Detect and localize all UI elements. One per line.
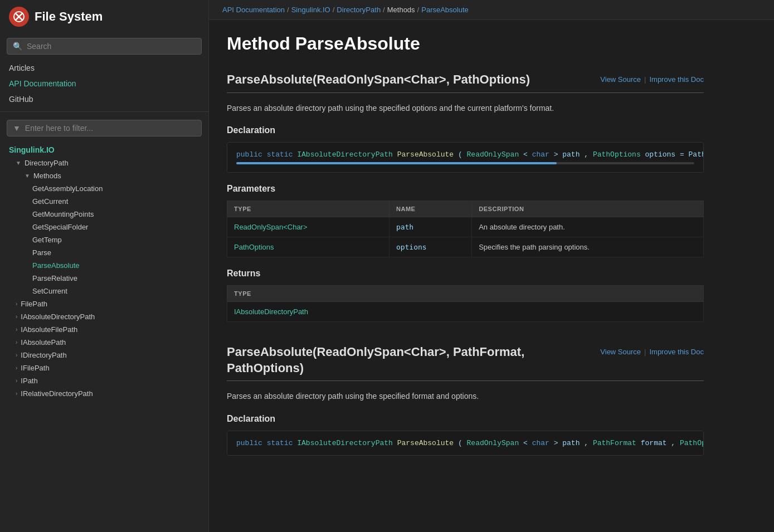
col-name: NAME xyxy=(389,201,471,217)
tree-item-irelativedirectorypath[interactable]: › IRelativeDirectoryPath xyxy=(0,387,208,400)
chevron-right-icon: › xyxy=(16,314,17,320)
sidebar-item-articles[interactable]: Articles xyxy=(0,60,208,76)
chevron-down-icon: ▼ xyxy=(25,173,30,179)
search-input[interactable] xyxy=(27,42,196,51)
main-content: API Documentation / Singulink.IO / Direc… xyxy=(209,0,774,532)
sidebar-logo xyxy=(9,7,29,27)
method-divider-2 xyxy=(227,380,704,381)
tree-item-label: IFilePath xyxy=(21,364,49,372)
chevron-right-icon: › xyxy=(16,339,17,345)
search-icon: 🔍 xyxy=(13,42,22,51)
table-row: PathOptions options Specifies the path p… xyxy=(227,237,704,257)
chevron-right-icon: › xyxy=(16,352,17,358)
tree-item-getmountingpoints[interactable]: GetMountingPoints xyxy=(0,208,208,221)
search-box[interactable]: 🔍 xyxy=(7,38,202,55)
tree-item-parseabsolute[interactable]: ParseAbsolute xyxy=(0,259,208,272)
improve-doc-link-1[interactable]: Improve this Doc xyxy=(649,75,704,84)
tree-item-ipath[interactable]: › IPath xyxy=(0,374,208,387)
type-iabsolutedirectorypath: IAbsoluteDirectoryPath xyxy=(297,439,393,447)
tree-item-filepath[interactable]: › FilePath xyxy=(0,297,208,310)
chevron-down-icon: ▼ xyxy=(16,160,21,166)
returns-table-1: TYPE IAbsoluteDirectoryPath xyxy=(227,285,704,322)
method-name: ParseAbsolute xyxy=(397,150,454,159)
tree-item-label: IRelativeDirectoryPath xyxy=(21,389,93,398)
declaration-heading-2: Declaration xyxy=(227,414,704,424)
method-actions-1: View Source | Improve this Doc xyxy=(600,75,704,84)
param-desc-1: An absolute directory path. xyxy=(472,217,704,237)
return-type-1: IAbsoluteDirectoryPath xyxy=(227,301,704,321)
tree-item-idirectorypath[interactable]: › IDirectoryPath xyxy=(0,349,208,362)
scrollbar-track[interactable] xyxy=(236,162,694,164)
chevron-right-icon: › xyxy=(16,391,17,397)
filter-input[interactable] xyxy=(25,124,196,133)
view-source-link-2[interactable]: View Source xyxy=(600,348,641,356)
method-name: ParseAbsolute xyxy=(397,439,454,447)
method-actions-2: View Source | Improve this Doc xyxy=(600,348,704,356)
tree-item-iabsolutepath[interactable]: › IAbsolutePath xyxy=(0,336,208,349)
method-section-2: ParseAbsolute(ReadOnlySpan<Char>, PathFo… xyxy=(227,344,704,456)
keyword-public: public xyxy=(236,439,262,447)
method-signature-1: ParseAbsolute(ReadOnlySpan<Char>, PathOp… xyxy=(227,72,591,88)
scrollbar-thumb[interactable] xyxy=(236,162,557,164)
type-iabsolutedirectorypath: IAbsoluteDirectoryPath xyxy=(297,150,393,159)
method-description-2: Parses an absolute directory path using … xyxy=(227,390,704,402)
breadcrumb-sep: / xyxy=(287,6,289,14)
tree-item-getassemblylocation[interactable]: GetAssemblyLocation xyxy=(0,182,208,195)
params-header-row: TYPE NAME DESCRIPTION xyxy=(227,201,704,217)
tree-item-label: FilePath xyxy=(21,300,47,308)
param-name-2: options xyxy=(389,237,471,257)
param-format: format xyxy=(641,439,667,447)
keyword-static: static xyxy=(267,150,293,159)
col-description: DESCRIPTION xyxy=(472,201,704,217)
method-action-sep: | xyxy=(644,75,646,84)
param-path: path xyxy=(562,150,580,159)
filter-box[interactable]: ▼ xyxy=(7,120,202,136)
breadcrumb-singulink-io[interactable]: Singulink.IO xyxy=(291,6,330,14)
chevron-right-icon: › xyxy=(16,365,17,371)
tree-item-parse[interactable]: Parse xyxy=(0,246,208,259)
tree-item-label: IAbsoluteFilePath xyxy=(21,325,77,334)
tree-item-label: DirectoryPath xyxy=(25,159,69,167)
code-block-2: public static IAbsoluteDirectoryPath Par… xyxy=(227,431,704,456)
parameters-table-1: TYPE NAME DESCRIPTION ReadOnlySpan<Char>… xyxy=(227,201,704,257)
breadcrumb-sep: / xyxy=(383,6,385,14)
table-row: IAbsoluteDirectoryPath xyxy=(227,301,704,321)
tree-item-label: Methods xyxy=(33,172,61,180)
col-type: TYPE xyxy=(227,201,390,217)
improve-doc-link-2[interactable]: Improve this Doc xyxy=(649,348,704,356)
tree-item-getspecialfolder[interactable]: GetSpecialFolder xyxy=(0,221,208,233)
returns-heading-1: Returns xyxy=(227,269,704,279)
type-pathformat: PathFormat xyxy=(593,439,636,447)
breadcrumb-methods: Methods xyxy=(387,6,415,14)
page-title: Method ParseAbsolute xyxy=(227,33,704,54)
breadcrumb-sep: / xyxy=(333,6,335,14)
tree-item-directorypath[interactable]: ▼ DirectoryPath xyxy=(0,157,208,169)
tree-item-gettemp[interactable]: GetTemp xyxy=(0,233,208,246)
breadcrumb-api-doc[interactable]: API Documentation xyxy=(222,6,285,14)
param-options: options xyxy=(645,150,676,159)
type-readonlyspan: ReadOnlySpan xyxy=(467,439,519,447)
sidebar-item-api-documentation[interactable]: API Documentation xyxy=(0,76,208,91)
keyword-static: static xyxy=(267,439,293,447)
breadcrumb-parseabsolute[interactable]: ParseAbsolute xyxy=(421,6,469,14)
method-action-sep: | xyxy=(644,348,646,356)
breadcrumb-directorypath[interactable]: DirectoryPath xyxy=(337,6,381,14)
tree-item-getcurrent[interactable]: GetCurrent xyxy=(0,195,208,208)
tree-item-ifilepath[interactable]: › IFilePath xyxy=(0,362,208,374)
breadcrumb: API Documentation / Singulink.IO / Direc… xyxy=(209,0,774,20)
sidebar-header: File System xyxy=(0,0,208,33)
tree-item-iabsolutedirectorypath[interactable]: › IAbsoluteDirectoryPath xyxy=(0,310,208,323)
type-pathoptions: PathOptions xyxy=(680,439,704,447)
tree-item-iabsolutefilepath[interactable]: › IAbsoluteFilePath xyxy=(0,323,208,336)
view-source-link-1[interactable]: View Source xyxy=(600,75,641,84)
method-header-2: ParseAbsolute(ReadOnlySpan<Char>, PathFo… xyxy=(227,344,704,376)
method-section-1: ParseAbsolute(ReadOnlySpan<Char>, PathOp… xyxy=(227,72,704,322)
tree-item-parserelative[interactable]: ParseRelative xyxy=(0,272,208,285)
tree-item-methods[interactable]: ▼ Methods xyxy=(0,169,208,182)
filter-icon: ▼ xyxy=(13,124,21,133)
chevron-right-icon: › xyxy=(16,326,17,333)
tree-item-setcurrent[interactable]: SetCurrent xyxy=(0,285,208,297)
tree-item-label: IAbsoluteDirectoryPath xyxy=(21,313,95,321)
sidebar: File System 🔍 Articles API Documentation… xyxy=(0,0,209,532)
sidebar-item-github[interactable]: GitHub xyxy=(0,91,208,107)
